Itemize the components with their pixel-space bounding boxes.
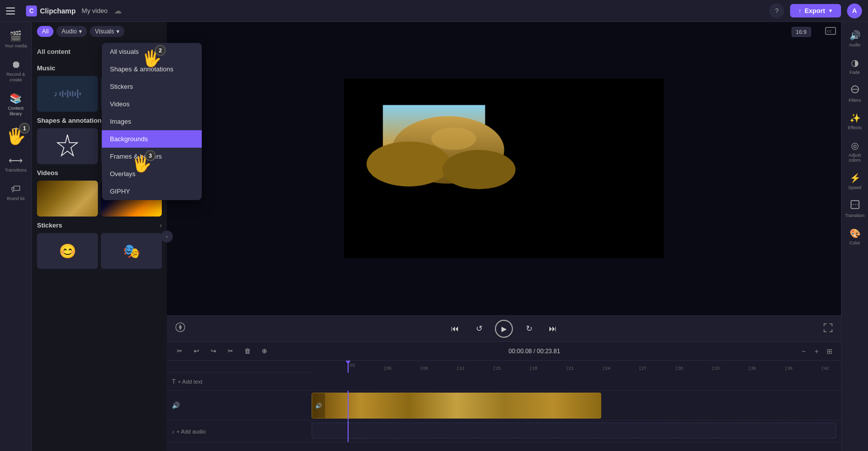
music-note-icon-1: ♪ [54, 90, 57, 98]
zoom-in-button[interactable]: + [811, 346, 822, 357]
ruler-mark: |:36 [749, 363, 785, 372]
ruler-marks: |:03 |:06 |:09 |:12 |:15 |:18 |:21 |:24 … [348, 363, 841, 372]
logo-icon: C [26, 5, 37, 16]
captions-button[interactable]: CC [825, 27, 836, 36]
right-tool-speed[interactable]: ⚡ Speed [844, 169, 867, 194]
rewind-button[interactable]: ↺ [471, 321, 487, 337]
sidebar-item-text[interactable]: T Text [2, 123, 30, 148]
transitions-icon: ⟷ [8, 154, 23, 166]
ruler-mark: |:39 [785, 363, 822, 372]
sticker-thumb-1[interactable]: 😊 [37, 233, 98, 269]
sidebar-item-transitions[interactable]: ⟷ Transitions [2, 150, 30, 177]
dropdown-item-videos[interactable]: Videos [102, 95, 202, 113]
stickers-section-expand[interactable]: › [160, 222, 162, 229]
filter-all-button[interactable]: All [37, 26, 53, 37]
dropdown-item-overlays[interactable]: Overlays [102, 165, 202, 183]
sticker-thumb-2[interactable]: 🎭 [101, 233, 162, 269]
speed-tool-icon: ⚡ [850, 173, 861, 184]
cut-button[interactable]: ✂ [224, 345, 237, 358]
right-tool-fade[interactable]: ◑ Fade [844, 53, 867, 79]
add-text-button[interactable]: + Add text [178, 379, 202, 385]
text-icon: T [13, 127, 18, 137]
adjust-colors-tool-icon: ◎ [851, 140, 859, 151]
fit-timeline-button[interactable]: ⊞ [824, 346, 835, 357]
music-icon: ♪ [172, 429, 175, 435]
aspect-ratio-badge[interactable]: 16:9 [792, 27, 811, 36]
user-avatar[interactable]: A [847, 3, 862, 18]
export-button[interactable]: ↑ Export ▼ [790, 4, 841, 17]
svg-point-9 [367, 142, 451, 187]
fast-forward-button[interactable]: ↻ [521, 321, 537, 337]
video-title[interactable]: My video [82, 7, 108, 14]
timeline-toolbar: ✂ ↩ ↪ ✂ 🗑 ⊕ 00:00.08 / 00:23.81 − + ⊞ [167, 342, 841, 361]
brand-kit-icon: 🏷 [11, 183, 21, 195]
right-tool-effects[interactable]: ✨ Effects [844, 109, 867, 134]
zoom-controls: − + ⊞ [798, 346, 835, 357]
fullscreen-button[interactable] [823, 323, 833, 335]
dropdown-item-giphy[interactable]: GIPHY [102, 183, 202, 200]
filter-audio-button[interactable]: Audio ▾ [56, 26, 87, 37]
right-tool-color[interactable]: 🎨 Color [844, 224, 867, 249]
audio-track-clip-row [312, 421, 841, 443]
sidebar-item-record-create[interactable]: ⏺ Record & create [2, 55, 30, 87]
audio-placeholder [312, 423, 836, 439]
ruler-mark: |:24 [603, 363, 639, 372]
track-labels: T + Add text 🔊 ♪ + Add audio [167, 361, 312, 451]
right-tool-transition[interactable]: Transition [844, 196, 867, 222]
your-media-icon: 🎬 [9, 30, 22, 42]
dropdown-item-backgrounds[interactable]: Backgrounds [102, 130, 202, 148]
split-button[interactable]: ✂ [173, 345, 186, 358]
panel-collapse-button[interactable]: ‹ [161, 230, 173, 242]
help-button[interactable]: ? [769, 3, 784, 18]
video-clip-volume-icon: 🔊 [312, 393, 325, 418]
video-thumb-desert[interactable] [37, 181, 98, 217]
content-panel: All Audio ▾ Visuals ▾ All visuals Shapes… [32, 22, 167, 451]
transition-tool-icon [851, 200, 860, 212]
main-body: 🎬 Your media ⏺ Record & create 📚 Content… [0, 22, 868, 451]
timeline-ruler: |:03 |:06 |:09 |:12 |:15 |:18 |:21 |:24 … [312, 361, 841, 373]
undo-button[interactable]: ↩ [190, 345, 203, 358]
desert-preview-svg [344, 79, 524, 199]
timeline-area: ✂ ↩ ↪ ✂ 🗑 ⊕ 00:00.08 / 00:23.81 − + ⊞ [167, 341, 841, 451]
more-options-button[interactable]: ⊕ [258, 345, 271, 358]
ruler-mark: |:15 [493, 363, 530, 372]
shape-thumb-starburst[interactable] [37, 128, 98, 164]
text-track-label: T + Add text [167, 373, 312, 391]
dropdown-item-all-visuals[interactable]: All visuals [102, 43, 202, 60]
right-tool-audio[interactable]: 🔊 Audio [844, 26, 867, 51]
text-track-clip-row [312, 373, 841, 391]
video-clip[interactable]: 🔊 [312, 393, 601, 419]
ruler-mark: |:21 [566, 363, 603, 372]
right-tool-filters[interactable]: Filters [844, 81, 867, 107]
svg-point-10 [442, 150, 515, 190]
video-preview: 16:9 CC [167, 22, 841, 315]
delete-button[interactable]: 🗑 [241, 345, 254, 358]
dropdown-item-shapes-annotations[interactable]: Shapes & annotations [102, 60, 202, 78]
zoom-out-button[interactable]: − [798, 346, 809, 357]
right-sidebar: 🔊 Audio ◑ Fade Filters ✨ Effects ◎ Adjus… [841, 22, 868, 451]
filter-visuals-button[interactable]: Visuals ▾ [90, 26, 124, 37]
sidebar-item-brand-kit[interactable]: 🏷 Brand kit [2, 179, 30, 206]
starburst-svg [55, 134, 80, 159]
sidebar-item-your-media[interactable]: 🎬 Your media [2, 26, 30, 53]
redo-button[interactable]: ↪ [207, 345, 220, 358]
video-track-label: 🔊 [167, 391, 312, 421]
skip-forward-button[interactable]: ⏭ [545, 321, 561, 337]
hamburger-menu[interactable] [6, 4, 20, 18]
ruler-mark: |:27 [639, 363, 676, 372]
magic-cut-icon[interactable] [175, 322, 186, 335]
ruler-playhead [348, 361, 349, 373]
sidebar-item-content-library[interactable]: 📚 Content library [2, 88, 30, 121]
dropdown-item-frames-borders[interactable]: Frames & borders [102, 148, 202, 165]
text-track-icon: T [172, 378, 176, 385]
dropdown-item-images[interactable]: Images [102, 113, 202, 130]
audio-tool-icon: 🔊 [850, 30, 861, 41]
video-track-clip-row[interactable]: 🔊 [312, 391, 841, 421]
play-button[interactable]: ▶ [495, 320, 513, 338]
right-tool-adjust-colors[interactable]: ◎ Adjust colors [844, 136, 867, 167]
skip-back-button[interactable]: ⏮ [447, 321, 463, 337]
volume-icon: 🔊 [172, 402, 180, 409]
add-audio-button[interactable]: + Add audio [177, 429, 206, 435]
music-thumb-1[interactable]: ♪ [37, 76, 98, 112]
dropdown-item-stickers[interactable]: Stickers [102, 78, 202, 95]
